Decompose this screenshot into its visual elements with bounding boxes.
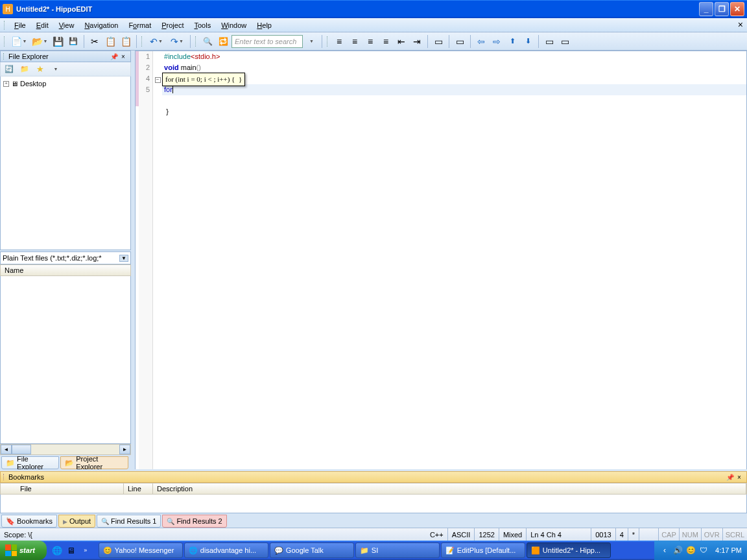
window-close-button[interactable]: ✕ xyxy=(730,2,744,16)
grip-icon xyxy=(195,36,198,47)
file-explorer-panel: File Explorer 📌 × ▼ + Desktop Plain Text… xyxy=(0,51,133,469)
menu-tools[interactable]: Tools xyxy=(189,20,216,30)
scroll-track[interactable] xyxy=(31,445,119,454)
app-icon: H xyxy=(3,4,13,14)
tree-item-desktop[interactable]: + Desktop xyxy=(3,79,128,88)
copy-button[interactable] xyxy=(103,34,117,49)
align-justify-button[interactable] xyxy=(363,34,377,49)
format-button[interactable] xyxy=(431,34,445,49)
window-restore-button[interactable]: ❐ xyxy=(715,2,729,16)
menu-format[interactable]: Format xyxy=(123,20,156,30)
panel-close-button[interactable]: × xyxy=(119,53,128,60)
code-content[interactable]: #include<stdio.h> void main() for (int i… xyxy=(162,51,746,560)
bookmark-icon xyxy=(6,517,15,526)
search-input[interactable]: Enter text to search xyxy=(231,35,303,48)
file-explorer-toolbar: ▼ xyxy=(0,62,131,76)
ql-ie-icon[interactable]: 🌐 xyxy=(51,544,64,557)
align-left-button[interactable] xyxy=(332,34,346,49)
favorites-dropdown[interactable]: ▼ xyxy=(50,64,62,75)
file-list[interactable] xyxy=(0,276,131,444)
favorites-button[interactable] xyxy=(34,64,46,75)
windows-logo-icon xyxy=(5,544,17,556)
save-all-button[interactable] xyxy=(66,34,80,49)
separator xyxy=(538,35,539,48)
output-icon xyxy=(63,517,67,525)
expand-icon[interactable]: + xyxy=(3,81,9,87)
replace-button[interactable] xyxy=(216,34,230,49)
nav-up-button[interactable] xyxy=(505,34,519,49)
tab-project-explorer[interactable]: Project Explorer xyxy=(60,456,128,469)
menu-bar: File Edit View Navigation Format Project… xyxy=(0,18,747,32)
file-filter-dropdown[interactable]: Plain Text files (*.txt;*.diz;*.log;* ▼ xyxy=(0,251,131,264)
folder-icon xyxy=(65,459,74,467)
scroll-left-button[interactable]: ◄ xyxy=(1,445,12,454)
window-titlebar: H Untitled2* - HippoEDIT _ ❐ ✕ xyxy=(0,0,747,18)
folder-tree[interactable]: + Desktop xyxy=(0,76,131,250)
panel-button[interactable] xyxy=(453,34,467,49)
window-minimize-button[interactable]: _ xyxy=(699,2,713,16)
separator xyxy=(84,35,84,48)
pin-button[interactable]: 📌 xyxy=(110,53,119,60)
scroll-thumb[interactable] xyxy=(12,445,31,454)
scroll-right-button[interactable]: ► xyxy=(119,445,130,454)
menu-edit[interactable]: Edit xyxy=(31,20,54,30)
file-list-header[interactable]: Name xyxy=(0,264,131,276)
separator xyxy=(449,35,449,48)
main-area: File Explorer 📌 × ▼ + Desktop Plain Text… xyxy=(0,51,747,469)
task-icon: 😊 xyxy=(103,546,112,555)
nav-back-button[interactable] xyxy=(474,34,488,49)
dropdown-icon[interactable]: ▼ xyxy=(119,255,128,262)
menu-project[interactable]: Project xyxy=(156,20,189,30)
menu-view[interactable]: View xyxy=(54,20,80,30)
separator xyxy=(190,35,191,48)
menu-help[interactable]: Help xyxy=(252,20,277,30)
tab-bookmarks[interactable]: Bookmarks xyxy=(1,515,57,528)
cut-button[interactable] xyxy=(88,34,102,49)
filter-text: Plain Text files (*.txt;*.diz;*.log;* xyxy=(3,254,119,262)
indent-button[interactable] xyxy=(410,34,424,49)
grip-icon xyxy=(3,53,6,60)
separator xyxy=(427,35,428,48)
menu-file[interactable]: File xyxy=(9,20,31,30)
new-button[interactable]: ▼ xyxy=(9,34,29,49)
window-button-2[interactable] xyxy=(558,34,572,49)
window-title: Untitled2* - HippoEDIT xyxy=(16,5,699,13)
ql-desktop-icon[interactable]: 🖥 xyxy=(65,544,78,557)
mdi-close-button[interactable]: × xyxy=(738,19,743,30)
window-button-1[interactable] xyxy=(542,34,556,49)
outdent-button[interactable] xyxy=(394,34,409,49)
column-line[interactable]: Line xyxy=(124,484,153,494)
start-button[interactable]: start xyxy=(0,541,47,560)
grip-icon xyxy=(141,36,144,47)
separator xyxy=(136,35,137,48)
column-file[interactable]: File xyxy=(1,484,124,494)
open-button[interactable]: ▼ xyxy=(30,34,49,49)
tab-find-results-1[interactable]: Find Results 1 xyxy=(97,515,161,528)
save-button[interactable] xyxy=(51,34,65,49)
align-center-button[interactable] xyxy=(348,34,362,49)
up-folder-button[interactable] xyxy=(19,64,30,75)
find-button[interactable] xyxy=(200,34,215,49)
tree-item-label: Desktop xyxy=(20,80,46,88)
column-name: Name xyxy=(5,266,23,274)
ql-expand-icon[interactable]: » xyxy=(79,544,92,557)
paste-button[interactable] xyxy=(119,34,133,49)
code-hint-tooltip: for (int i = 0; i < ; i++) { } xyxy=(162,73,245,86)
align-right-button[interactable] xyxy=(379,34,393,49)
tab-output[interactable]: Output xyxy=(58,515,95,528)
menu-window[interactable]: Window xyxy=(216,20,252,30)
menu-navigation[interactable]: Navigation xyxy=(79,20,123,30)
nav-down-button[interactable] xyxy=(521,34,535,49)
code-editor[interactable]: 1245 − #include<stdio.h> void main() for… xyxy=(135,51,747,560)
refresh-button[interactable] xyxy=(3,64,15,75)
fold-collapse-icon[interactable]: − xyxy=(155,77,161,83)
tab-file-explorer[interactable]: File Explorer xyxy=(1,456,59,469)
search-icon xyxy=(101,517,109,525)
quick-launch: 🌐 🖥 » xyxy=(47,544,96,557)
nav-forward-button[interactable] xyxy=(490,34,504,49)
undo-button[interactable]: ▼ xyxy=(147,34,166,49)
search-dropdown-button[interactable]: ▼ xyxy=(304,34,318,49)
horizontal-scrollbar[interactable]: ◄ ► xyxy=(0,444,131,455)
redo-button[interactable]: ▼ xyxy=(167,34,187,49)
folder-icon xyxy=(6,459,15,467)
